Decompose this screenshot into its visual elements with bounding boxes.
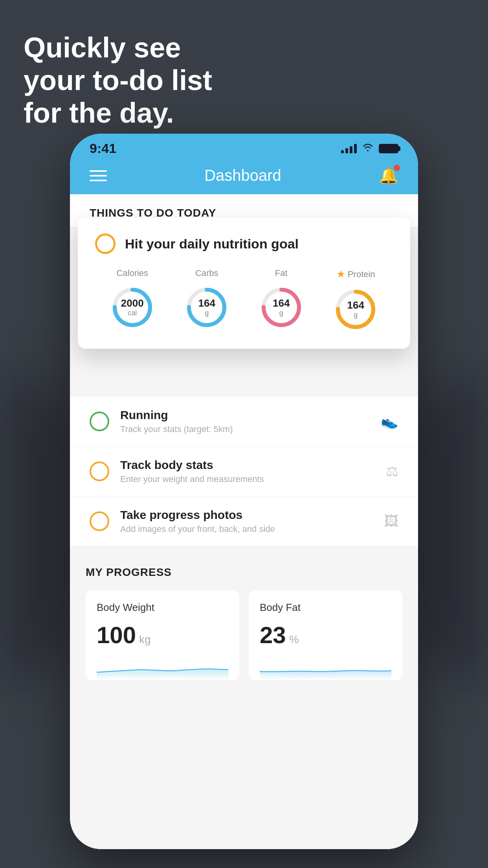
body-fat-unit: % xyxy=(289,633,299,646)
progress-title: MY PROGRESS xyxy=(86,566,402,579)
body-weight-number: 100 xyxy=(97,622,136,649)
calories-unit: cal xyxy=(128,309,137,317)
protein-label: Protein xyxy=(348,269,375,280)
body-weight-card[interactable]: Body Weight 100 kg xyxy=(86,590,239,680)
carbs-label: Carbs xyxy=(195,268,218,278)
protein-unit: g xyxy=(354,311,358,319)
calories-value: 2000 xyxy=(121,298,144,309)
carbs-unit: g xyxy=(205,309,209,317)
todo-checkbox-body-stats[interactable] xyxy=(90,462,109,481)
todo-body-stats[interactable]: Track body stats Enter your weight and m… xyxy=(70,447,418,497)
todo-running[interactable]: Running Track your stats (target: 5km) 👟 xyxy=(70,397,418,447)
battery-icon xyxy=(379,144,398,153)
body-fat-card[interactable]: Body Fat 23 % xyxy=(249,590,402,680)
protein-ring: 164 g xyxy=(332,286,379,333)
calories-label: Calories xyxy=(116,268,148,278)
wifi-icon xyxy=(362,142,373,154)
things-title: THINGS TO DO TODAY xyxy=(90,207,216,219)
protein-value: 164 xyxy=(347,300,364,311)
progress-cards: Body Weight 100 kg xyxy=(86,590,402,680)
nav-title: Dashboard xyxy=(204,167,281,184)
todo-progress-photos[interactable]: Take progress photos Add images of your … xyxy=(70,497,418,546)
todo-body-stats-subtitle: Enter your weight and measurements xyxy=(120,474,375,484)
signal-icon xyxy=(341,144,357,153)
body-weight-unit: kg xyxy=(139,633,151,646)
todo-photos-title: Take progress photos xyxy=(120,508,373,522)
todo-photos-text: Take progress photos Add images of your … xyxy=(120,508,373,534)
card-header: Hit your daily nutrition goal xyxy=(95,234,393,254)
todo-body-stats-title: Track body stats xyxy=(120,458,375,472)
body-fat-chart xyxy=(260,657,391,680)
body-weight-value-row: 100 kg xyxy=(97,622,228,649)
carbs-value: 164 xyxy=(198,298,215,309)
phone-mockup: 9:41 Dashboard xyxy=(70,134,418,849)
status-bar: 9:41 xyxy=(70,134,418,160)
fat-unit: g xyxy=(279,309,283,317)
todo-checkbox-running[interactable] xyxy=(90,412,109,431)
carbs-col: Carbs 164 g xyxy=(183,268,230,331)
nav-bar: Dashboard 🔔 xyxy=(70,160,418,194)
body-weight-chart xyxy=(97,657,228,680)
photo-icon: 🖼 xyxy=(384,513,398,530)
todo-running-text: Running Track your stats (target: 5km) xyxy=(120,408,370,434)
task-checkbox[interactable] xyxy=(95,234,116,254)
status-icons xyxy=(341,142,398,154)
app-headline: Quickly see your to-do list for the day. xyxy=(24,31,212,129)
fat-label: Fat xyxy=(275,268,288,278)
nutrition-card: Hit your daily nutrition goal Calories xyxy=(78,218,410,349)
protein-col: ★ Protein 164 g xyxy=(332,268,379,333)
todo-running-subtitle: Track your stats (target: 5km) xyxy=(120,424,370,434)
body-fat-number: 23 xyxy=(260,622,286,649)
star-icon: ★ xyxy=(336,268,345,280)
content-area: THINGS TO DO TODAY Hit your daily nutrit… xyxy=(70,194,418,849)
headline-line3: for the day. xyxy=(24,97,212,129)
progress-section: MY PROGRESS Body Weight 100 kg xyxy=(70,546,418,696)
todo-running-title: Running xyxy=(120,408,370,422)
body-weight-title: Body Weight xyxy=(97,601,228,614)
scale-icon: ⚖ xyxy=(386,463,398,480)
notification-dot xyxy=(394,165,400,171)
bell-icon[interactable]: 🔔 xyxy=(379,166,398,185)
nutrition-columns: Calories 2000 cal xyxy=(95,268,393,333)
carbs-ring: 164 g xyxy=(183,284,230,331)
todo-photos-subtitle: Add images of your front, back, and side xyxy=(120,524,373,534)
todo-list: Running Track your stats (target: 5km) 👟… xyxy=(70,397,418,546)
fat-value: 164 xyxy=(273,298,290,309)
calories-ring: 2000 cal xyxy=(109,284,156,331)
headline-line1: Quickly see xyxy=(24,31,212,64)
running-icon: 👟 xyxy=(381,413,398,430)
fat-col: Fat 164 g xyxy=(258,268,305,331)
todo-body-stats-text: Track body stats Enter your weight and m… xyxy=(120,458,375,484)
headline-line2: your to-do list xyxy=(24,64,212,97)
calories-col: Calories 2000 cal xyxy=(109,268,156,331)
body-fat-title: Body Fat xyxy=(260,601,391,614)
todo-checkbox-photos[interactable] xyxy=(90,511,109,531)
nutrition-card-title: Hit your daily nutrition goal xyxy=(125,236,299,252)
protein-header: ★ Protein xyxy=(336,268,375,280)
fat-ring: 164 g xyxy=(258,284,305,331)
body-fat-value-row: 23 % xyxy=(260,622,391,649)
hamburger-menu[interactable] xyxy=(90,170,107,181)
status-time: 9:41 xyxy=(90,141,116,156)
